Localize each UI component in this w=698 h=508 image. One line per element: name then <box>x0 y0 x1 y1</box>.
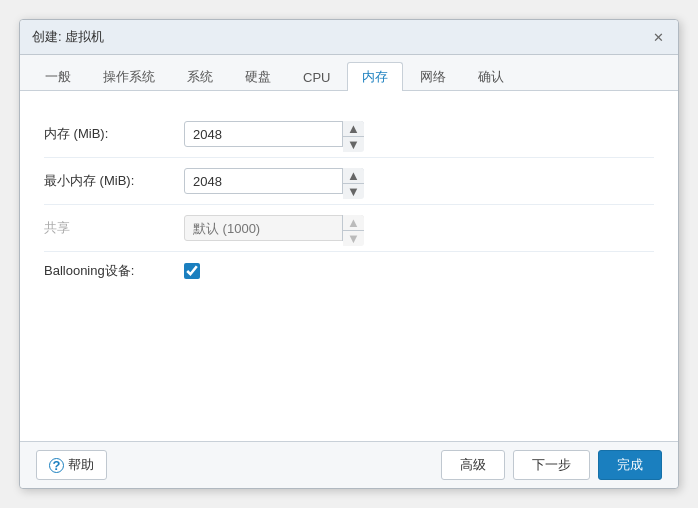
tab-cpu[interactable]: CPU <box>288 64 345 90</box>
min-memory-spin-arrows: ▲ ▼ <box>342 168 364 194</box>
close-button[interactable]: ✕ <box>650 29 666 45</box>
tab-network[interactable]: 网络 <box>405 62 461 91</box>
memory-spin-up[interactable]: ▲ <box>343 121 364 137</box>
ballooning-label: Ballooning设备: <box>44 262 184 280</box>
tab-general[interactable]: 一般 <box>30 62 86 91</box>
finish-button[interactable]: 完成 <box>598 450 662 480</box>
share-input <box>184 215 364 241</box>
tab-disk[interactable]: 硬盘 <box>230 62 286 91</box>
share-row: 共享 ▲ ▼ <box>44 205 654 252</box>
help-icon: ? <box>49 458 64 473</box>
min-memory-label: 最小内存 (MiB): <box>44 172 184 190</box>
tab-memory[interactable]: 内存 <box>347 62 403 91</box>
arrow-down-icon3: ▼ <box>347 231 360 246</box>
tab-bar: 一般 操作系统 系统 硬盘 CPU 内存 网络 确认 <box>20 55 678 91</box>
ballooning-checkbox-wrap <box>184 263 200 279</box>
memory-input-wrap: ▲ ▼ <box>184 121 364 147</box>
dialog: 创建: 虚拟机 ✕ 一般 操作系统 系统 硬盘 CPU 内存 网络 确认 内存 … <box>19 19 679 489</box>
share-spin-arrows: ▲ ▼ <box>342 215 364 241</box>
share-label: 共享 <box>44 219 184 237</box>
ballooning-row: Ballooning设备: <box>44 252 654 290</box>
close-icon: ✕ <box>653 30 664 45</box>
min-memory-input-wrap: ▲ ▼ <box>184 168 364 194</box>
share-input-wrap: ▲ ▼ <box>184 215 364 241</box>
help-label: 帮助 <box>68 456 94 474</box>
arrow-up-icon3: ▲ <box>347 215 360 230</box>
footer: ? 帮助 高级 下一步 完成 <box>20 441 678 488</box>
tab-system[interactable]: 系统 <box>172 62 228 91</box>
ballooning-checkbox[interactable] <box>184 263 200 279</box>
dialog-title: 创建: 虚拟机 <box>32 28 104 46</box>
memory-label: 内存 (MiB): <box>44 125 184 143</box>
memory-spin-down[interactable]: ▼ <box>343 137 364 152</box>
help-button[interactable]: ? 帮助 <box>36 450 107 480</box>
min-memory-input[interactable] <box>184 168 364 194</box>
min-memory-spin-up[interactable]: ▲ <box>343 168 364 184</box>
share-spin-up: ▲ <box>343 215 364 231</box>
memory-input[interactable] <box>184 121 364 147</box>
next-button[interactable]: 下一步 <box>513 450 590 480</box>
footer-right: 高级 下一步 完成 <box>441 450 662 480</box>
min-memory-spin-down[interactable]: ▼ <box>343 184 364 199</box>
memory-spin-arrows: ▲ ▼ <box>342 121 364 147</box>
arrow-up-icon: ▲ <box>347 121 360 136</box>
memory-row: 内存 (MiB): ▲ ▼ <box>44 111 654 158</box>
min-memory-row: 最小内存 (MiB): ▲ ▼ <box>44 158 654 205</box>
arrow-up-icon2: ▲ <box>347 168 360 183</box>
tab-confirm[interactable]: 确认 <box>463 62 519 91</box>
arrow-down-icon: ▼ <box>347 137 360 152</box>
content-area: 内存 (MiB): ▲ ▼ 最小内存 (MiB): <box>20 91 678 441</box>
title-bar: 创建: 虚拟机 ✕ <box>20 20 678 55</box>
back-button[interactable]: 高级 <box>441 450 505 480</box>
tab-os[interactable]: 操作系统 <box>88 62 170 91</box>
share-spin-down: ▼ <box>343 231 364 246</box>
arrow-down-icon2: ▼ <box>347 184 360 199</box>
